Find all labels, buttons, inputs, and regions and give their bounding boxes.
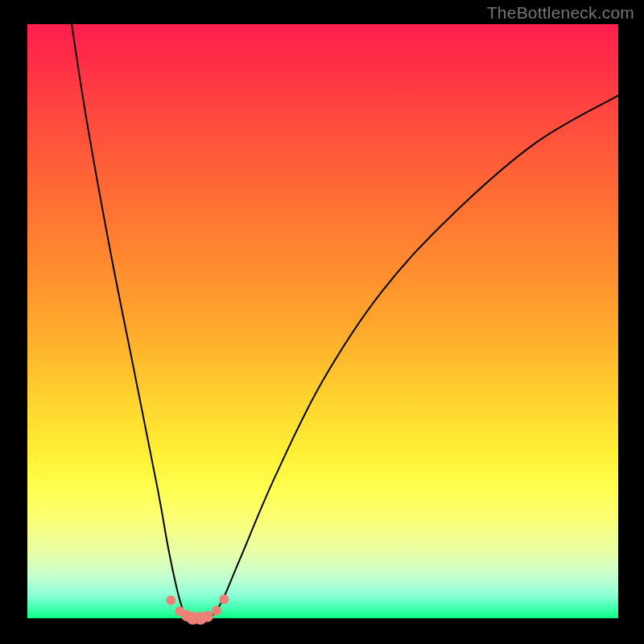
trough-marker <box>212 605 221 615</box>
chart-root: TheBottleneck.com <box>0 0 644 644</box>
curve-layer <box>27 24 618 618</box>
bottleneck-curve <box>72 24 618 618</box>
watermark-text: TheBottleneck.com <box>487 3 634 23</box>
trough-marker <box>202 611 213 622</box>
trough-markers <box>166 594 229 625</box>
plot-area <box>27 24 618 618</box>
trough-marker <box>219 594 229 604</box>
curve-left-branch <box>72 24 187 618</box>
trough-marker <box>166 596 175 605</box>
curve-right-branch <box>211 96 618 618</box>
